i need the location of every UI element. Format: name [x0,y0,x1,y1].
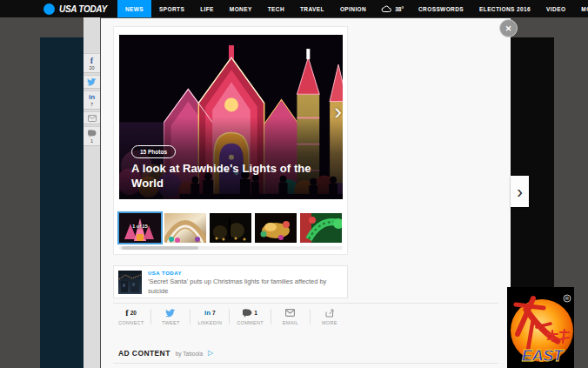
twitter-share-button[interactable] [84,75,100,89]
nav-item-crosswords[interactable]: CROSSWORDS [411,0,471,17]
taboola-icon[interactable]: ▷ [208,350,213,357]
facebook-icon: f [90,57,93,64]
gallery-photo[interactable]: 15 Photos A look at Rawhide's Lights of … [119,35,343,199]
next-photo-arrow-icon[interactable]: › [334,100,342,123]
nav-item-travel[interactable]: TRAVEL [292,0,332,17]
thumbnail-counter-label: 1 of 15 [119,224,161,229]
thumbnail-5[interactable] [300,213,342,243]
top-navbar: USA TODAY NEWS SPORTS LIFE MONEY TECH TR… [0,0,588,17]
dimmed-page-left-panel [40,37,84,368]
taboola-attribution[interactable]: by Taboola [176,351,203,357]
usatoday-logo-text: USA TODAY [59,4,107,14]
nav-item-money[interactable]: MONEY [222,0,260,17]
twitter-icon [165,309,176,318]
share-divider [271,309,271,325]
comment-icon [88,130,97,137]
close-icon: ✕ [505,24,512,33]
nav-item-elections-2016[interactable]: ELECTIONS 2016 [471,0,538,17]
primary-nav: NEWS SPORTS LIFE MONEY TECH TRAVEL OPINI… [117,0,588,17]
nav-item-opinion[interactable]: OPINION [332,0,374,17]
linkedin-share-button[interactable]: in 7 [84,90,100,110]
related-story-source: USA TODAY [148,271,346,276]
nav-item-tech[interactable]: TECH [260,0,292,17]
tweet-button[interactable]: TWEET [158,308,183,325]
registered-mark: R [565,296,569,301]
comment-count: 1 [254,310,257,316]
thumbnail-1-selected[interactable]: 1 of 15 [119,213,161,243]
ad-content-title: AD CONTENT [118,349,170,358]
related-story-thumbnail [118,271,142,294]
east-logo-text: EAST [522,346,565,365]
share-divider [150,309,151,325]
photos-count-badge: 15 Photos [131,145,176,158]
cloud-icon [381,5,392,13]
related-story-headline: 'Secret Santa' puts up Christmas lights … [148,278,346,297]
nav-item-more[interactable]: MORE [573,0,588,17]
comment-icon [243,309,252,318]
close-lightbox-button[interactable]: ✕ [499,19,518,37]
gallery-lightbox-modal: 15 Photos A look at Rawhide's Lights of … [101,18,511,368]
email-share-button[interactable] [84,111,100,124]
linkedin-share-button[interactable]: in 7 LINKEDIN [197,308,222,325]
nav-item-video[interactable]: VIDEO [538,0,573,17]
thumbnail-3[interactable] [210,213,251,243]
linkedin-icon: in [89,94,95,101]
social-share-sidebar: f 20 in 7 1 [84,17,100,368]
comments-button[interactable]: 1 [84,126,100,146]
email-icon [285,309,295,317]
related-story-text: USA TODAY 'Secret Santa' puts up Christm… [148,271,346,297]
comment-button[interactable]: 1 COMMENT [237,308,264,325]
nav-item-life[interactable]: LIFE [192,0,222,17]
photo-gallery-panel: 15 Photos A look at Rawhide's Lights of … [113,26,348,255]
thumbnail-2[interactable] [164,213,206,243]
chevron-right-icon: › [517,182,523,202]
more-share-button[interactable]: MORE [317,308,342,325]
comment-count: 1 [90,138,93,144]
ad-content-divider [113,363,498,364]
email-icon [88,115,97,122]
nav-item-news[interactable]: NEWS [117,0,151,17]
facebook-connect-button[interactable]: f 20 CONNECT [118,308,144,325]
linkedin-share-count: 7 [212,310,216,316]
gallery-title: A look at Rawhide's Lights of the World [131,162,321,191]
facebook-connect-count: 20 [130,310,137,316]
east-lanterns-ad-banner[interactable]: EAST R [507,287,574,368]
usatoday-logo[interactable]: USA TODAY [43,0,107,17]
thumbnail-scrollbar-handle[interactable] [122,246,198,250]
ad-content-header: AD CONTENT by Taboola ▷ [118,349,213,358]
facebook-share-count: 20 [89,65,94,70]
thumbnail-scrollbar [119,246,343,250]
linkedin-share-count: 7 [90,102,93,107]
share-divider [310,309,311,325]
share-divider [190,309,190,325]
share-export-icon [325,309,334,318]
linkedin-icon: in [204,309,210,317]
next-story-arrow-button[interactable]: › [511,176,529,207]
thumbnail-4[interactable] [255,213,297,243]
thumbnail-strip: 1 of 15 [119,213,342,243]
related-story-card[interactable]: USA TODAY 'Secret Santa' puts up Christm… [113,265,348,298]
share-bar: f 20 CONNECT TWEET in 7 [118,308,342,325]
twitter-icon [87,78,97,86]
weather-widget[interactable]: 38° [374,0,411,17]
nav-item-sports[interactable]: SPORTS [151,0,192,17]
screen: USA TODAY NEWS SPORTS LIFE MONEY TECH TR… [0,0,588,368]
facebook-icon: f [125,309,128,318]
email-button[interactable]: EMAIL [278,308,303,325]
share-bar-divider [113,303,498,304]
weather-temp: 38° [395,6,404,12]
share-divider [229,309,230,325]
usatoday-ball-icon [43,3,55,15]
facebook-share-button[interactable]: f 20 [84,53,100,73]
